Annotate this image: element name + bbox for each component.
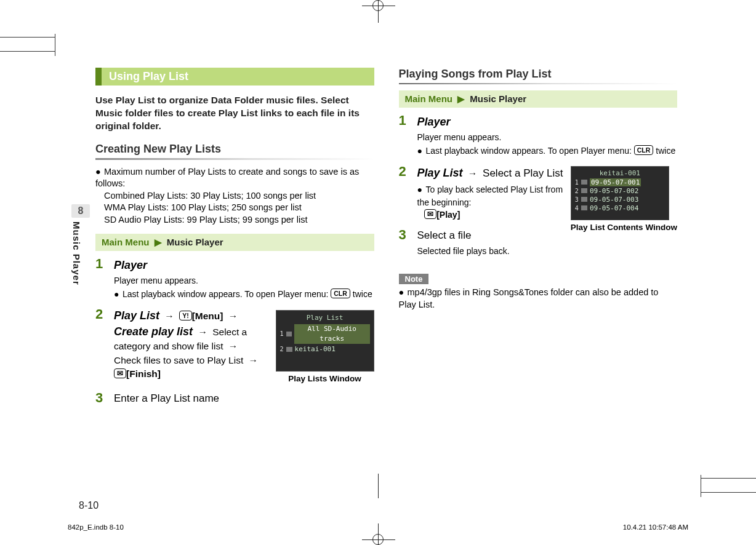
step1-note: ●Last playback window appears. To open P… — [114, 288, 374, 300]
contents-screenshot: keitai-001 109-05-07-001 209-05-07-002 3… — [571, 166, 669, 220]
limits-lead: Maximum number of Play Lists to create a… — [95, 167, 359, 189]
step-2: 2 Play List 1All SD-Audio tracks 2keitai… — [95, 308, 374, 384]
clr-key: CLR — [634, 145, 654, 155]
crop-mark-left — [0, 37, 55, 52]
limits-2: WMA Play Lists: 100 Play Lists; 250 song… — [104, 202, 302, 212]
note-block: Note ●mp4/3gp files in Ring Songs&Tones … — [399, 273, 678, 311]
r1-title: Player — [417, 114, 678, 130]
step-number: 2 — [399, 165, 410, 221]
clr-key: CLR — [331, 288, 350, 298]
step-number: 1 — [95, 257, 107, 301]
step-number: 3 — [95, 391, 107, 407]
nav-arrow-icon: ▶ — [457, 93, 465, 104]
figure-playlists: Play List 1All SD-Audio tracks 2keitai-0… — [276, 310, 374, 384]
nav-band-left: Main Menu ▶ Music Player — [95, 234, 374, 251]
step-1: 1 Player Player menu appears. ●Last play… — [95, 257, 374, 301]
step-3: 3 Enter a Play List name — [95, 391, 374, 407]
figure-caption: Play List Contents Window — [571, 223, 677, 233]
crop-mark-right — [701, 478, 756, 493]
subhead-playing: Playing Songs from Play List — [399, 68, 678, 81]
section-banner: Using Play List — [95, 68, 374, 86]
steps-right: 1 Player Player menu appears. ●Last play… — [399, 114, 678, 265]
nav-a: Main Menu — [405, 93, 453, 104]
r1-note: ●Last playback window appears. To open P… — [417, 145, 678, 157]
step-3r: 3 Select a file Selected file plays back… — [399, 228, 565, 257]
footer-left: 842p_E.indb 8-10 — [68, 523, 124, 531]
step-1r: 1 Player Player menu appears. ●Last play… — [399, 114, 678, 157]
intro-text: Use Play List to organize Data Folder mu… — [95, 94, 374, 133]
figure-caption: Play Lists Window — [276, 374, 374, 384]
envelope-key-icon: ✉ — [424, 209, 436, 219]
chapter-tab: 8 Music Player — [71, 204, 90, 285]
limits-block: ●Maximum number of Play Lists to create … — [95, 166, 374, 226]
r1-sub: Player menu appears. — [417, 131, 678, 143]
limits-3: SD Audio Play Lists: 99 Play Lists; 99 s… — [104, 215, 307, 225]
r2-playlist: Play List — [417, 167, 463, 179]
envelope-key-icon: ✉ — [114, 368, 126, 378]
nav-b: Music Player — [470, 93, 526, 104]
crop-mark-top — [372, 0, 384, 11]
r3-sub: Selected file plays back. — [417, 245, 565, 257]
y-key: Y! — [179, 311, 192, 320]
subhead-creating: Creating New Play Lists — [95, 143, 374, 156]
steps-left: 1 Player Player menu appears. ●Last play… — [95, 257, 374, 407]
rule — [95, 158, 374, 160]
nav-band-right: Main Menu ▶ Music Player — [399, 90, 678, 108]
nav-arrow-icon: ▶ — [155, 237, 162, 247]
crop-mark-bottom — [372, 534, 384, 545]
s2-create: Create play list — [114, 325, 193, 338]
step-number: 2 — [95, 308, 107, 384]
page-number: 8-10 — [79, 500, 99, 511]
step1-title: Player — [114, 257, 374, 273]
figure-contents: keitai-001 109-05-07-001 209-05-07-002 3… — [571, 166, 677, 233]
r3-title: Select a file — [417, 229, 472, 241]
step-number: 1 — [399, 114, 410, 157]
step3-title: Enter a Play List name — [114, 392, 219, 404]
left-column: Using Play List Use Play List to organiz… — [95, 68, 374, 413]
chapter-label: Music Player — [71, 221, 82, 285]
rule — [399, 83, 678, 84]
right-column: Playing Songs from Play List Main Menu ▶… — [399, 68, 678, 413]
note-body: mp4/3gp files in Ring Songs&Tones folder… — [399, 287, 659, 309]
step-number: 3 — [399, 228, 410, 257]
note-label: Note — [399, 274, 429, 284]
s2-playlist: Play List — [114, 309, 159, 322]
playlists-screenshot: Play List 1All SD-Audio tracks 2keitai-0… — [276, 310, 374, 372]
chapter-number: 8 — [71, 204, 90, 218]
step-2r: 2 Play List → Select a Play List ●To pla… — [399, 165, 565, 221]
center-divider — [378, 474, 379, 498]
footer-right: 10.4.21 10:57:48 AM — [623, 523, 688, 531]
step1-sub: Player menu appears. — [114, 274, 374, 287]
nav-a: Main Menu — [102, 237, 150, 247]
page-content: Using Play List Use Play List to organiz… — [95, 68, 677, 413]
limits-1: Combined Play Lists: 30 Play Lists; 100 … — [104, 191, 316, 201]
nav-b: Music Player — [167, 237, 223, 247]
